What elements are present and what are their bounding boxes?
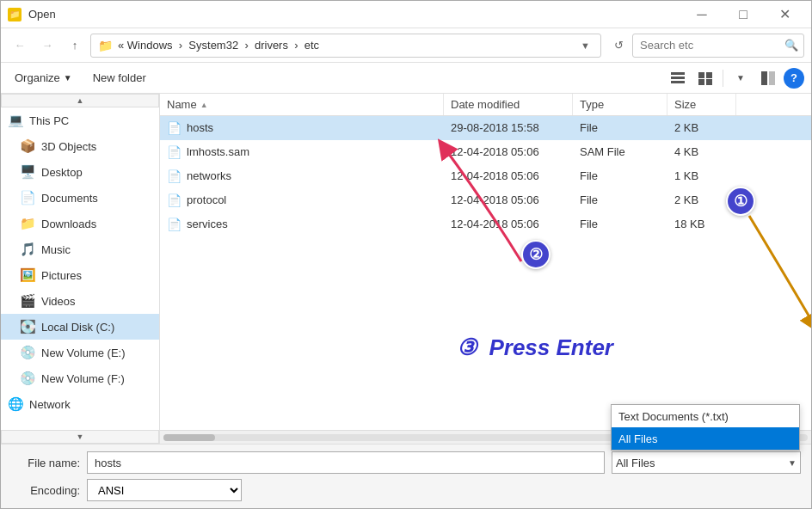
local-disk-icon: 💽 [20,319,36,334]
sidebar-item-new-volume-e[interactable]: 💿 New Volume (E:) [1,340,159,365]
sidebar-item-pictures[interactable]: 🖼️ Pictures [1,262,159,288]
refresh-button[interactable]: ↺ [608,35,629,56]
organize-button[interactable]: Organize ▼ [8,67,79,89]
file-area: Name ▲ Date modified Type Size 📄 [160,94,811,444]
sidebar-item-3d-objects[interactable]: 📦 3D Objects [1,133,159,159]
sidebar-item-label: Pictures [41,269,82,282]
sidebar-item-desktop[interactable]: 🖥️ Desktop [1,159,159,185]
sidebar-item-music[interactable]: 🎵 Music [1,236,159,262]
filename-input[interactable] [87,451,605,474]
organize-chevron-icon: ▼ [64,73,72,83]
file-cell-name: 📄 lmhosts.sam [160,140,444,163]
filetype-dropdown[interactable]: All Files ▼ Text Documents (*.txt) All F… [612,451,801,474]
file-cell-name: 📄 networks [160,164,444,187]
view-options-button[interactable] [693,66,717,90]
search-box[interactable]: 🔍 [632,34,804,58]
3d-objects-icon: 📦 [20,138,36,154]
file-cell-size: 2 KB [667,116,736,139]
svg-rect-6 [706,79,712,85]
sidebar-item-local-disk[interactable]: 💽 Local Disk (C:) [1,314,159,340]
address-path: « Windows › System32 › drivers › etc [118,39,581,52]
sidebar-item-new-volume-f[interactable]: 💿 New Volume (F:) [1,365,159,391]
back-button[interactable]: ← [8,34,32,58]
up-button[interactable]: ↑ [63,34,87,58]
minimize-button[interactable]: ─ [682,1,722,28]
address-bar[interactable]: 📁 « Windows › System32 › drivers › etc ▼ [90,34,601,58]
pictures-icon: 🖼️ [20,267,36,283]
file-icon: 📄 [167,121,181,135]
help-button[interactable]: ? [784,68,804,89]
sidebar-item-label: Local Disk (C:) [41,321,114,334]
file-cell-type: SAM File [573,140,667,163]
sidebar-item-label: Downloads [41,218,96,230]
file-header: Name ▲ Date modified Type Size [160,94,811,116]
sidebar-item-label: Network [29,398,71,411]
main-area: ▲ 💻 This PC 📦 3D Objects 🖥️ Desktop 📄 Do… [1,94,811,444]
close-button[interactable]: ✕ [765,1,804,28]
filetype-option-all[interactable]: All Files [612,427,799,450]
toolbar: Organize ▼ New folder [1,63,811,94]
file-cell-name: 📄 hosts [160,116,444,139]
search-icon: 🔍 [784,39,798,52]
file-cell-date: 12-04-2018 05:06 [444,212,573,236]
col-header-type[interactable]: Type [573,94,667,115]
file-row[interactable]: 📄 protocol 12-04-2018 05:06 File 2 KB [160,188,811,212]
file-cell-type: File [573,212,667,236]
svg-rect-5 [698,79,704,85]
view-dropdown-button[interactable]: ▼ [729,66,753,90]
sidebar-item-label: Documents [41,192,98,205]
bottom-bar: File name: All Files ▼ Text Documents (*… [1,444,811,508]
sidebar-item-documents[interactable]: 📄 Documents [1,185,159,211]
search-input[interactable] [640,39,784,52]
sidebar-scroll-down[interactable]: ▼ [1,430,159,444]
sidebar-item-downloads[interactable]: 📁 Downloads [1,211,159,236]
sidebar-item-label: New Volume (E:) [41,346,126,359]
sidebar-scroll-up[interactable]: ▲ [1,94,159,107]
new-volume-e-icon: 💿 [20,345,36,360]
this-pc-icon: 💻 [8,113,24,128]
address-folder-icon: 📁 [98,39,113,52]
forward-button[interactable]: → [35,34,59,58]
svg-rect-8 [769,71,775,85]
scroll-thumb[interactable] [163,434,215,441]
sidebar-item-label: New Volume (F:) [41,372,125,385]
col-header-size[interactable]: Size [667,94,736,115]
maximize-button[interactable]: □ [723,1,763,28]
sort-arrow-icon: ▲ [200,101,208,109]
sidebar-item-network[interactable]: 🌐 Network [1,391,159,417]
filename-row: File name: All Files ▼ Text Documents (*… [11,451,801,474]
file-icon: 📄 [167,145,181,159]
file-icon: 📄 [167,193,181,207]
file-cell-date: 29-08-2018 15:58 [444,116,573,139]
filetype-chevron-icon: ▼ [788,458,797,468]
file-list: 📄 hosts 29-08-2018 15:58 File 2 KB [160,116,811,430]
col-header-name[interactable]: Name ▲ [160,94,444,115]
file-row[interactable]: 📄 lmhosts.sam 12-04-2018 05:06 SAM File … [160,140,811,164]
toolbar-right: ▼ ? [666,66,804,90]
sidebar-item-label: This PC [29,114,69,127]
view-details-button[interactable] [666,66,690,90]
filetype-option-text[interactable]: Text Documents (*.txt) [612,405,799,427]
col-header-date[interactable]: Date modified [444,94,573,115]
sidebar: ▲ 💻 This PC 📦 3D Objects 🖥️ Desktop 📄 Do… [1,94,160,444]
sidebar-item-label: 3D Objects [41,140,96,153]
file-cell-type: File [573,188,667,212]
file-cell-size: 1 KB [667,164,736,187]
file-cell-name: 📄 protocol [160,188,444,212]
file-cell-size: 4 KB [667,140,736,163]
file-row[interactable]: 📄 hosts 29-08-2018 15:58 File 2 KB [160,116,811,140]
new-folder-button[interactable]: New folder [86,67,153,89]
file-row[interactable]: 📄 services 12-04-2018 05:06 File 18 KB [160,212,811,236]
file-cell-date: 12-04-2018 05:06 [444,188,573,212]
svg-rect-7 [761,71,767,85]
preview-pane-button[interactable] [756,66,780,90]
titlebar-controls: ─ □ ✕ [682,1,804,28]
svg-rect-1 [671,77,685,79]
sidebar-item-this-pc[interactable]: 💻 This PC [1,107,159,133]
sidebar-item-videos[interactable]: 🎬 Videos [1,288,159,314]
file-row[interactable]: 📄 networks 12-04-2018 05:06 File 1 KB [160,164,811,188]
view-separator [723,70,723,87]
encoding-row: Encoding: ANSI [11,479,801,501]
encoding-dropdown[interactable]: ANSI [87,479,242,501]
downloads-icon: 📁 [20,216,36,231]
